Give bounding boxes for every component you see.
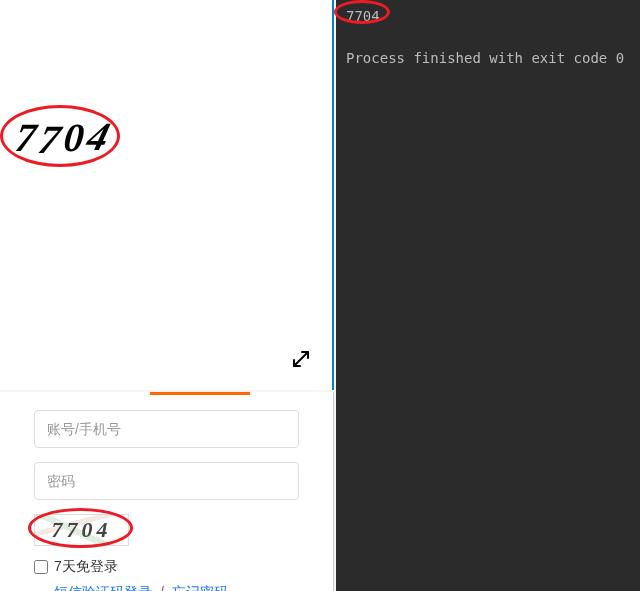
resize-icon[interactable] [290, 348, 312, 376]
forgot-password-link[interactable]: 忘记密码 [172, 584, 228, 591]
sms-login-link[interactable]: 短信验证码登录 [54, 584, 152, 591]
captcha-image-small[interactable]: 7704 [34, 514, 129, 546]
console-panel: 7704 Process finished with exit code 0 [336, 0, 640, 591]
console-output-blank [346, 27, 630, 48]
login-form: 7704 7天免登录 短信验证码登录 / 忘记密码 [0, 392, 334, 591]
console-output-value: 7704 [346, 6, 630, 27]
console-output-status: Process finished with exit code 0 [346, 48, 630, 69]
remember-checkbox[interactable] [34, 560, 48, 574]
image-viewer-panel: 7 7 0 4 [0, 0, 334, 390]
captcha-image-large: 7 7 0 4 [6, 110, 121, 165]
active-tab-indicator [150, 392, 250, 395]
captcha-text: 7704 [52, 517, 112, 543]
account-input[interactable] [34, 410, 299, 448]
password-input[interactable] [34, 462, 299, 500]
link-separator: / [160, 584, 164, 591]
remember-label: 7天免登录 [54, 558, 118, 576]
